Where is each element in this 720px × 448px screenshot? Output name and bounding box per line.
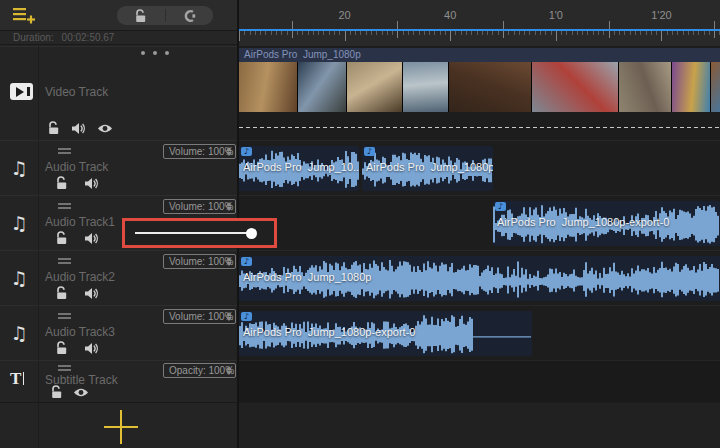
ruler-tick [503, 31, 504, 38]
track-drag-handle[interactable] [58, 365, 71, 373]
ruler-tick [677, 31, 678, 35]
ruler-tick [577, 31, 578, 35]
audio-clip[interactable]: ♪AirPods Pro Jump_1080p-export-0 [493, 201, 720, 246]
ruler-tick [471, 31, 472, 35]
ruler-tick [371, 31, 372, 35]
ruler-tick [397, 21, 398, 29]
speaker-icon [84, 342, 99, 355]
video-clip[interactable]: AirPods Pro Jump_1080p [239, 48, 720, 112]
hide-track-button[interactable] [73, 387, 89, 398]
snap-button[interactable] [166, 6, 214, 25]
track-drag-handle[interactable] [58, 313, 71, 321]
ruler-tick [450, 31, 451, 41]
lock-track-button[interactable] [55, 341, 68, 355]
ruler-time-label: 1'20 [651, 9, 671, 21]
ruler-time-label: 40 [444, 9, 456, 21]
volume-spinner[interactable]: Volume: 100% [163, 144, 236, 159]
audio-clip-badge-icon: ♪ [495, 202, 506, 211]
video-clip-label: AirPods Pro Jump_1080p [239, 48, 720, 62]
audio-clip-badge-icon: ♪ [241, 147, 252, 156]
ruler-tick [302, 31, 303, 35]
ruler-tick [255, 31, 256, 35]
track-drag-handle[interactable] [58, 258, 71, 266]
mute-track-button[interactable] [84, 342, 99, 355]
ruler-tick [672, 31, 673, 35]
track-label: Audio Track1 [45, 215, 115, 229]
ruler-tick [403, 31, 404, 35]
magnet-snap-icon [182, 9, 196, 23]
ruler-tick [582, 31, 583, 35]
spinner-arrows-icon[interactable] [226, 366, 232, 375]
ruler-time-label: 20 [338, 9, 350, 21]
audio-clip[interactable]: ♪AirPods Pro Jump_10... [239, 146, 359, 191]
audio-clip[interactable]: ♪AirPods Pro Jump_1080p-export-0 [239, 311, 532, 356]
audio-clip-badge-icon: ♪ [364, 147, 375, 156]
ruler-tick [392, 31, 393, 35]
ruler-tick [308, 31, 309, 35]
speaker-icon [71, 122, 86, 135]
volume-slider[interactable] [125, 221, 274, 245]
lock-track-button[interactable] [55, 176, 68, 190]
ruler-tick [656, 31, 657, 35]
audio-clip[interactable]: ♪AirPods Pro Jump_1080p [362, 146, 493, 191]
lock-track-button[interactable] [47, 121, 60, 135]
ruler-tick [624, 31, 625, 35]
ruler-tick [318, 31, 319, 35]
lock-icon [134, 9, 147, 23]
video-frame-thumbnail [298, 62, 346, 112]
lock-button[interactable] [117, 6, 165, 25]
ruler-tick [260, 31, 261, 35]
ruler-tick [455, 31, 456, 35]
video-audio-separator [239, 127, 720, 128]
eye-icon [97, 123, 113, 134]
volume-spinner[interactable]: Volume: 100% [163, 309, 236, 324]
audio-clip[interactable]: ♪AirPods Pro Jump_1080p [239, 256, 720, 301]
hide-track-button[interactable] [97, 123, 113, 134]
lock-track-button[interactable] [50, 385, 63, 399]
add-track-plus-button[interactable] [104, 410, 138, 444]
mute-track-button[interactable] [84, 287, 99, 300]
lock-track-button[interactable] [55, 231, 68, 245]
ruler-tick [461, 31, 462, 35]
mute-track-button[interactable] [71, 122, 86, 135]
track-drag-handle[interactable] [58, 148, 71, 156]
spinner-arrows-icon[interactable] [226, 312, 232, 321]
track-header-subtitle: T Subtitle Track Opacity: 100% [0, 360, 237, 402]
ruler-tick [244, 31, 245, 35]
time-ruler[interactable]: 20401'01'20 [239, 0, 720, 46]
volume-spinner[interactable]: Volume: 100% [163, 254, 236, 269]
audio-track-icon: ♫ [0, 196, 38, 250]
ruler-tick [498, 31, 499, 35]
ruler-tick [561, 31, 562, 35]
track-menu-dots[interactable] [141, 51, 169, 55]
ruler-tick [292, 31, 293, 38]
volume-spinner[interactable]: Volume: 100% [163, 199, 236, 214]
spinner-arrows-icon[interactable] [226, 257, 232, 266]
track-label: Audio Track2 [45, 270, 115, 284]
spinner-arrows-icon[interactable] [226, 202, 232, 211]
ruler-tick [360, 31, 361, 35]
ruler-tick [683, 31, 684, 35]
ruler-tick [688, 31, 689, 35]
track-label: Audio Track [45, 160, 108, 174]
ruler-tick [587, 31, 588, 35]
ruler-tick [572, 31, 573, 35]
ruler-tick [709, 31, 710, 35]
spinner-arrows-icon[interactable] [226, 147, 232, 156]
mute-track-button[interactable] [84, 232, 99, 245]
mute-track-button[interactable] [84, 177, 99, 190]
ruler-tick [287, 31, 288, 35]
ruler-tick [334, 31, 335, 35]
lock-icon [47, 121, 60, 135]
speaker-icon [84, 232, 99, 245]
slider-knob[interactable] [246, 228, 257, 239]
opacity-spinner[interactable]: Opacity: 100% [163, 363, 236, 378]
ruler-tick [714, 21, 715, 29]
add-track-icon[interactable] [12, 6, 36, 25]
ruler-tick [503, 21, 504, 29]
track-drag-handle[interactable] [58, 203, 71, 211]
ruler-tick [524, 31, 525, 35]
audio-clip-badge-icon: ♪ [241, 257, 252, 266]
lock-track-button[interactable] [55, 286, 68, 300]
ruler-tick [551, 31, 552, 35]
